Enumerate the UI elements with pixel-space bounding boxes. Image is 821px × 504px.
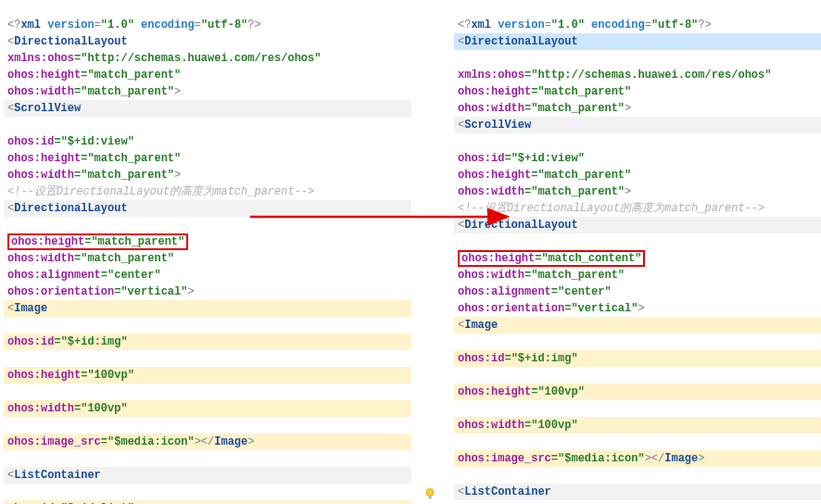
right-line-3: xmlns:ohos="http://schemas.huawei.com/re… <box>454 69 775 82</box>
right-line-16: <Image <box>454 317 821 334</box>
right-line-13: ohos:width="match_parent" <box>454 269 628 282</box>
left-line-2: <DirectionalLayout <box>4 35 132 48</box>
right-line-20: ohos:image_src="$media:icon"></Image> <box>454 450 821 467</box>
left-line-6: <ScrollView <box>4 100 411 117</box>
left-line-12-boxed: ohos:height="match_parent" <box>4 235 192 248</box>
right-line-12-boxed: ohos:height="match_content" <box>454 252 649 265</box>
right-line-15: ohos:orientation="vertical"> <box>454 302 649 315</box>
right-line-19: ohos:width="100vp" <box>454 417 821 434</box>
right-highlight-box: ohos:height="match_content" <box>458 250 645 267</box>
left-line-4: ohos:height="match_parent" <box>4 69 184 82</box>
left-line-20: ohos:image_src="$media:icon"></Image> <box>4 434 411 450</box>
lightbulb-icon[interactable] <box>423 487 436 500</box>
right-line-17: ohos:id="$+id:img" <box>454 350 821 367</box>
right-line-11: <DirectionalLayout <box>454 217 821 233</box>
left-line-18: ohos:height="100vp" <box>4 367 411 384</box>
right-line-1: <?xml version="1.0" encoding="utf-8"?> <box>454 19 715 32</box>
left-line-8: ohos:height="match_parent" <box>4 152 184 165</box>
svg-rect-3 <box>428 496 432 498</box>
left-line-19: ohos:width="100vp" <box>4 400 411 417</box>
left-line-16: <Image <box>4 300 411 317</box>
right-line-21: <ListContainer <box>454 484 821 500</box>
left-line-13: ohos:width="match_parent" <box>4 252 178 265</box>
right-line-2: <DirectionalLayout <box>454 33 821 50</box>
left-line-22: ohos:id="$+id:list" <box>4 500 411 504</box>
right-line-7: ohos:id="$+id:view" <box>454 152 588 165</box>
left-line-3: xmlns:ohos="http://schemas.huawei.com/re… <box>4 52 324 65</box>
right-line-9: ohos:width="match_parent"> <box>454 185 635 198</box>
right-line-18: ohos:height="100vp" <box>454 384 821 400</box>
left-line-11: <DirectionalLayout <box>4 200 411 217</box>
left-line-7: ohos:id="$+id:view" <box>4 135 138 148</box>
right-line-10: <!--设置DirectionalLayout的高度为match_parent-… <box>454 202 768 215</box>
right-line-6: <ScrollView <box>454 117 821 133</box>
right-line-14: ohos:alignment="center" <box>454 285 615 298</box>
left-code-pane: <?xml version="1.0" encoding="utf-8"?> <… <box>4 0 411 504</box>
right-line-8: ohos:height="match_parent" <box>454 169 635 182</box>
left-line-14: ohos:alignment="center" <box>4 269 165 282</box>
left-line-15: ohos:orientation="vertical"> <box>4 285 198 298</box>
left-line-21: <ListContainer <box>4 467 411 484</box>
left-line-5: ohos:width="match_parent"> <box>4 85 184 98</box>
left-line-1: <?xml version="1.0" encoding="utf-8"?> <box>4 19 265 32</box>
left-line-17: ohos:id="$+id:img" <box>4 334 411 350</box>
right-line-4: ohos:height="match_parent" <box>454 85 635 98</box>
right-line-5: ohos:width="match_parent"> <box>454 102 635 115</box>
left-highlight-box: ohos:height="match_parent" <box>7 233 188 250</box>
svg-rect-4 <box>429 498 432 498</box>
right-code-pane: <?xml version="1.0" encoding="utf-8"?> <… <box>454 0 821 504</box>
left-line-9: ohos:width="match_parent"> <box>4 169 184 182</box>
svg-point-2 <box>426 489 434 497</box>
left-line-10: <!--设置DirectionalLayout的高度为match_parent-… <box>4 185 318 198</box>
